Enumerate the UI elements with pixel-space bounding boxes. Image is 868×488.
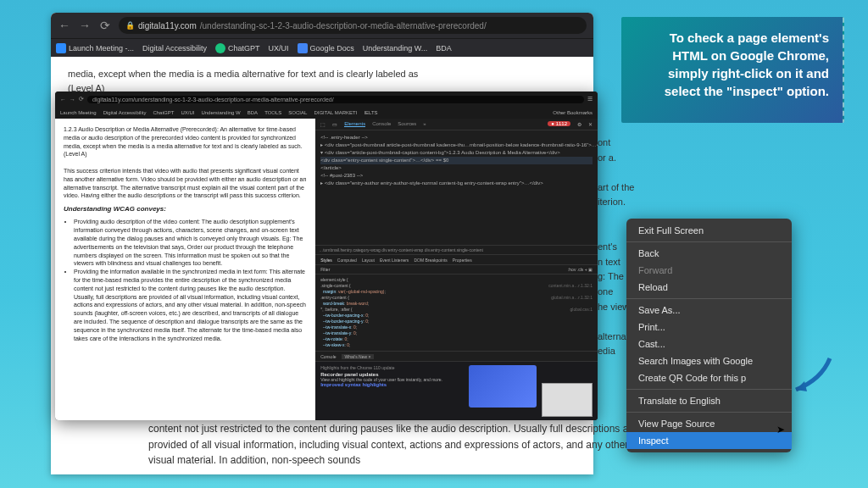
- browser-toolbar: ← → ⟳ 🔒 digitala11y.com/understanding-sc…: [51, 13, 593, 38]
- bookmark-item[interactable]: Google Docs: [298, 43, 354, 53]
- inner-heading: Understanding WCAG conveys:: [64, 204, 307, 214]
- inner-bookmarks: Launch MeetingDigital AccessibilityChatG…: [55, 107, 598, 119]
- lock-icon: 🔒: [125, 21, 135, 30]
- tab-more[interactable]: »: [423, 121, 426, 126]
- css-rules[interactable]: element.style { .single-content {content…: [315, 274, 598, 351]
- address-bar[interactable]: 🔒 digitala11y.com/understanding-sc-1-2-3…: [119, 17, 587, 34]
- ctx-inspect[interactable]: Inspect: [626, 432, 792, 449]
- devtools-panel: ⬚ ▭ Elements Console Sources » ● 1112 ⚙ …: [315, 119, 598, 420]
- whats-new: Highlights from the Chrome 110 update Re…: [315, 361, 598, 420]
- ctx-back[interactable]: Back: [626, 245, 792, 262]
- ctx-search-images-with-google[interactable]: Search Images with Google: [626, 352, 792, 369]
- bookmark-item[interactable]: ChatGPT: [215, 43, 260, 53]
- devtools-tabs: ⬚ ▭ Elements Console Sources » ● 1112 ⚙ …: [315, 119, 598, 130]
- styles-tabs: Styles Computed Layout Event Listeners D…: [315, 255, 598, 265]
- bookmark-item[interactable]: UX/UI: [269, 44, 289, 53]
- docs-icon: [298, 43, 308, 53]
- back-button[interactable]: ←: [58, 19, 71, 32]
- dom-breadcrumb[interactable]: …tumbnail.hentry.category-wcag div.entry…: [315, 245, 598, 255]
- ctx-create-qr-code-for-this-p[interactable]: Create QR Code for this p: [626, 369, 792, 386]
- bookmarks-bar: Launch Meeting -... Digital Accessibilit…: [51, 38, 593, 57]
- settings-icon[interactable]: ⚙: [577, 121, 581, 127]
- bookmark-item[interactable]: BDA: [436, 44, 452, 53]
- context-menu: Exit Full ScreenBackForwardReloadSave As…: [626, 219, 792, 452]
- bg-line-1: media, except when the media is a media …: [68, 67, 576, 81]
- chatgpt-icon: [215, 43, 225, 53]
- inner-bullet-2: Providing the information available in t…: [74, 268, 307, 342]
- ctx-exit-full-screen[interactable]: Exit Full Screen: [626, 222, 792, 239]
- inner-bullet-1: Providing audio description of the video…: [74, 218, 307, 268]
- bookmark-item[interactable]: Understanding W...: [363, 44, 428, 53]
- tab-sources[interactable]: Sources: [398, 121, 416, 126]
- inspect-icon[interactable]: ⬚: [320, 121, 326, 127]
- error-badge[interactable]: ● 1112: [548, 121, 570, 126]
- dom-tree[interactable]: <!-- .entry-header --> ▸ <div class="pos…: [315, 130, 598, 245]
- inner-toolbar: ←→⟳ digitala11y.com/understanding-sc-1-2…: [55, 92, 598, 107]
- ctx-translate-to-english[interactable]: Translate to English: [626, 392, 792, 409]
- styles-filter[interactable]: Filter: [320, 267, 330, 272]
- promo-image: [469, 365, 537, 408]
- video-thumb[interactable]: [542, 383, 593, 417]
- cursor-icon: ➤: [776, 424, 785, 435]
- forward-button[interactable]: →: [78, 19, 92, 32]
- tab-elements[interactable]: Elements: [344, 121, 365, 127]
- inner-url[interactable]: digitala11y.com/understanding-sc-1-2-3-a…: [87, 96, 584, 103]
- instruction-callout: To check a page element's HTML on Google…: [621, 17, 844, 123]
- url-host: digitala11y.com: [138, 21, 197, 30]
- ctx-cast-[interactable]: Cast...: [626, 336, 792, 352]
- bookmark-item[interactable]: Digital Accessibility: [142, 44, 207, 53]
- bottom-paragraph: content not just restricted to the conte…: [148, 421, 640, 469]
- inner-para-1: 1.2.3 Audio Description or Media Alterna…: [64, 125, 307, 158]
- inner-page: 1.2.3 Audio Description or Media Alterna…: [55, 119, 315, 420]
- tab-console[interactable]: Console: [372, 121, 391, 126]
- inner-para-2: This success criterion intends that vide…: [64, 167, 307, 200]
- bookmark-item[interactable]: Launch Meeting -...: [56, 43, 134, 53]
- close-icon[interactable]: ✕: [588, 121, 593, 127]
- ctx-view-page-source[interactable]: View Page Source: [626, 415, 792, 432]
- zoom-icon: [56, 43, 66, 53]
- url-path: /understanding-sc-1-2-3-audio-descriptio…: [200, 21, 487, 30]
- device-icon[interactable]: ▭: [332, 121, 337, 127]
- reload-button[interactable]: ⟳: [98, 19, 112, 32]
- ctx-forward: Forward: [626, 262, 792, 279]
- ctx-print-[interactable]: Print...: [626, 319, 792, 336]
- inner-screenshot: ←→⟳ digitala11y.com/understanding-sc-1-2…: [55, 92, 598, 420]
- ctx-save-as-[interactable]: Save As...: [626, 302, 792, 319]
- ctx-reload[interactable]: Reload: [626, 279, 792, 296]
